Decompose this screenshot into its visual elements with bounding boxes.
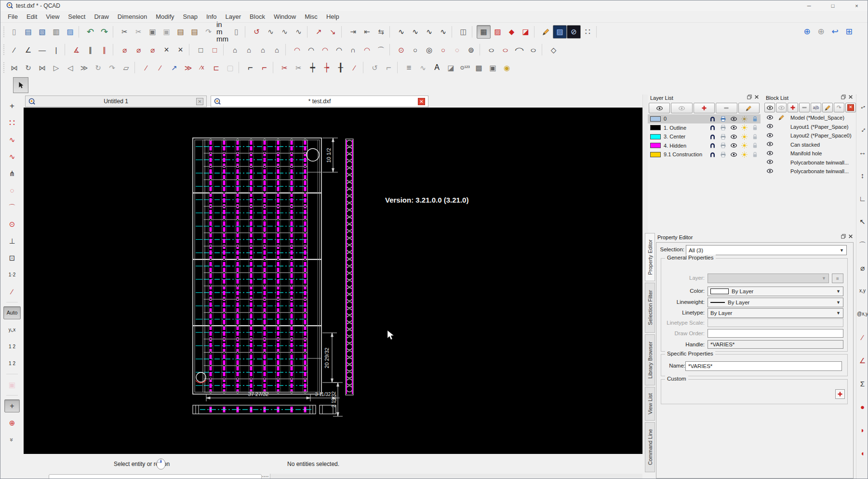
modify-copy-rotate[interactable]: ↻ [91,61,105,74]
magnet-icon[interactable] [709,151,716,158]
ellipse-inscribed[interactable]: ○ [526,43,540,56]
delete-block[interactable]: ✕ [845,103,856,112]
cam-export[interactable]: ▣ [5,378,19,391]
ellipse-center-points[interactable]: ○ [484,43,498,56]
property-editor-header[interactable]: Property Editor [655,233,855,241]
property-painter[interactable]: ▨ [553,25,567,39]
polygon-2-corners[interactable]: ⌂ [270,43,284,56]
arc-2-points-radius[interactable]: ◠ [332,43,346,56]
menu-layer[interactable]: Layer [221,13,246,20]
snap-endpoints[interactable]: ∿ [5,133,19,146]
zoom-window[interactable]: ⊞ [842,25,856,39]
title-bar[interactable]: test.dxf * - QCAD ─ □ × [0,0,868,11]
layer-list-header[interactable]: Layer List [648,94,761,102]
draw-order-input[interactable] [708,329,843,338]
layer-menu-button[interactable]: ≡ [832,274,843,283]
rectangle-with-points[interactable]: □ [208,43,222,56]
corner-round[interactable]: ⌐ [257,61,271,74]
spline-edit[interactable]: ∿ [436,25,450,39]
spline-fit-points[interactable]: ∿ [408,25,422,39]
hide-all-layers[interactable] [671,103,692,113]
relative-coordinates-1[interactable]: 1 2 [5,340,19,353]
dim-vertical[interactable]: ↕ [857,170,868,180]
add-point[interactable]: + [4,399,20,412]
drawing-canvas[interactable]: 37 27/32 3 11/32 10 1/2 20 29/32 2 19/32… [24,108,642,454]
modify-mirror-horizontal[interactable]: ⋈ [35,61,49,74]
float-panel-icon[interactable] [747,95,752,99]
modify-divide[interactable]: ∕x [195,61,209,74]
menu-misc[interactable]: Misc [300,13,322,20]
arc-center-point-angles[interactable]: ◠ [304,43,318,56]
modify-round-all[interactable]: ▢ [223,61,237,74]
lock-icon[interactable] [752,142,758,149]
dim-horizontal[interactable]: ↔ [857,147,868,157]
block-row[interactable]: Model (*Model_Space) [763,113,855,123]
corner-trim[interactable]: ⌐ [243,61,257,74]
color-combo[interactable]: By Layer▼ [708,287,843,296]
sun-icon[interactable] [741,134,748,140]
relative-coordinates-2[interactable]: 1 2 [5,357,19,370]
break-out-gap[interactable]: ⇤ [360,25,374,39]
remove-block[interactable] [799,103,810,112]
solid-fill-3[interactable]: ◖ [857,448,868,458]
snap-free-position[interactable]: + [5,99,19,112]
eye-icon[interactable] [731,134,737,140]
selection-combo[interactable]: All (3)▼ [686,245,847,255]
snap-tangential[interactable]: ⌒ [5,201,19,214]
magnet-icon[interactable] [709,134,716,140]
solid-fill-2[interactable]: ◗ [857,424,868,435]
block-row[interactable]: Polycarbonate twinwall... [763,158,855,167]
dim-rotated[interactable]: ↔ [857,123,868,134]
more-tools-chevron[interactable]: » [5,433,19,446]
screen-based-linetypes[interactable]: ⊘ [567,25,581,39]
menu-view[interactable]: View [41,13,64,20]
close-tab-icon[interactable]: ✕ [196,98,203,105]
line-2-points[interactable]: ∕ [7,43,21,56]
close-button[interactable]: × [846,0,868,11]
grid-toggle[interactable]: ▦ [477,25,491,39]
magnet-icon[interactable] [709,124,716,131]
zoom-auto[interactable]: ⊕ [800,25,814,39]
edit-layer[interactable] [738,103,760,113]
save-as[interactable]: ▧ [35,25,49,39]
line-bisector[interactable]: × [160,43,174,56]
snap-perpendicular[interactable]: ⊥ [5,234,19,247]
eye-icon[interactable] [731,116,737,122]
side-tab-view-list[interactable]: View List [645,387,655,421]
remove-layer[interactable] [716,103,737,113]
block-list-header[interactable]: Block List [763,94,855,102]
print[interactable]: ▨ [63,25,77,39]
cut-entity-two[interactable]: ✂ [292,61,306,74]
layer-row[interactable]: 0 [648,114,761,123]
spline-control-points[interactable]: ∿ [394,25,408,39]
lock-icon[interactable] [752,124,758,131]
arc-tangent[interactable]: ◠ [318,43,332,56]
minimize-button[interactable]: ─ [798,0,820,11]
insert-block[interactable]: ↷ [834,103,844,112]
polyline-arcs[interactable]: ∿ [278,25,292,39]
modify-extend[interactable]: ↗ [167,61,181,74]
line-angle[interactable]: ∠ [21,43,35,56]
close-panel-icon[interactable] [848,234,853,239]
layer-row[interactable]: 3. Center [648,132,761,141]
trim-both[interactable]: ┿ [306,61,320,74]
modify-scale[interactable]: ▷ [49,61,63,74]
block-row[interactable]: Layout1 (*Paper_Space) [763,123,855,132]
snap-center[interactable]: ⊙ [5,218,19,231]
layer-row[interactable]: 4. Hidden [648,141,761,151]
draw-pencil[interactable] [539,25,553,39]
printer-icon[interactable] [720,151,726,158]
shape-diamond[interactable]: ◇ [547,43,561,56]
spline-add-fit-point[interactable]: ∿ [422,25,436,39]
command-line-collapsed[interactable] [49,474,262,479]
info-angle[interactable]: ∠ [857,355,868,366]
dim-diametric[interactable]: ⌀ [857,262,868,273]
layer-row[interactable]: 9.1 Construction [648,150,761,159]
auto-trim[interactable]: ⇆ [374,25,388,39]
printer-icon[interactable] [720,124,726,131]
ellipse-arc[interactable]: ◠ [512,43,526,56]
reverse-direction[interactable]: ↺ [368,61,382,74]
float-panel-icon[interactable] [841,234,846,239]
side-tab-property-editor[interactable]: Property Editor [645,233,655,281]
side-tab-selection-filter[interactable]: Selection Filter [645,283,655,333]
